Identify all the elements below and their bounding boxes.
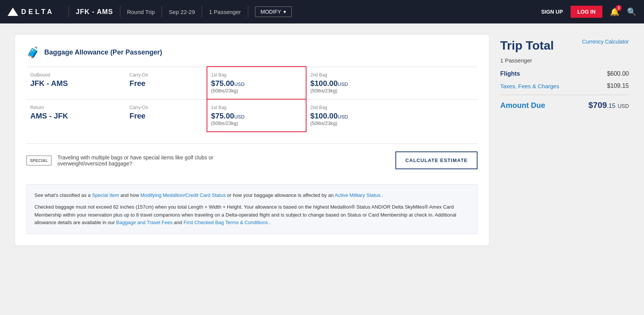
medallion-link[interactable]: Modifying Medallion/Credit Card Status bbox=[140, 192, 226, 198]
taxes-value: $109.15 bbox=[607, 83, 629, 89]
main-layout: 🧳 Baggage Allowance (Per Passenger) Outb… bbox=[0, 23, 644, 257]
calculate-estimate-button[interactable]: CALCULATE ESTIMATE bbox=[395, 151, 478, 169]
amount-due-value: $709.15 USD bbox=[588, 100, 629, 110]
first-bag-label-return: 1st Bag bbox=[211, 105, 302, 110]
trip-passenger-count: 1 Passenger bbox=[500, 57, 629, 64]
trip-taxes-row: Taxes, Fees & Charges $109.15 bbox=[500, 83, 629, 89]
currency-calculator-link[interactable]: Currency Calculator bbox=[582, 39, 629, 45]
header-passengers: 1 Passenger bbox=[209, 9, 241, 15]
notification-count-badge: 3 bbox=[616, 5, 622, 11]
baggage-header: 🧳 Baggage Allowance (Per Passenger) bbox=[26, 46, 478, 59]
carryon-value-return: Free bbox=[129, 112, 203, 120]
trip-divider bbox=[500, 95, 629, 95]
outbound-row: Outbound JFK - AMS Carry-On Free 1st Bag… bbox=[26, 67, 478, 99]
trip-flights-row: Flights $600.00 bbox=[500, 70, 629, 77]
header-trip-type: Round Trip bbox=[127, 9, 155, 15]
taxes-label: Taxes, Fees & Charges bbox=[500, 83, 559, 89]
outbound-route: JFK - AMS bbox=[30, 79, 122, 88]
search-icon[interactable]: 🔍 bbox=[627, 7, 636, 16]
return-label: Return bbox=[30, 105, 122, 110]
modify-button[interactable]: MODIFY ▾ bbox=[255, 6, 292, 17]
return-route: AMS - JFK bbox=[30, 112, 122, 120]
special-item-link[interactable]: Special Item bbox=[92, 192, 119, 198]
second-bag-label-return: 2nd Bag bbox=[310, 105, 401, 110]
special-baggage-icon: SPECIAL bbox=[26, 156, 51, 165]
first-bag-return-cell: 1st Bag $75.00USD (50lbs/23kg) bbox=[207, 99, 306, 132]
trip-total-title: Trip Total bbox=[500, 39, 554, 53]
carryon-label-return: Carry-On bbox=[129, 105, 203, 110]
carryon-value-outbound: Free bbox=[129, 79, 203, 88]
first-bag-price-outbound: $75.00USD bbox=[211, 79, 302, 88]
second-bag-weight-return: (50lbs/23kg) bbox=[310, 120, 401, 126]
first-bag-weight-outbound: (50lbs/23kg) bbox=[211, 88, 302, 94]
signup-link[interactable]: SIGN UP bbox=[541, 9, 563, 15]
login-button[interactable]: LOG IN bbox=[571, 6, 602, 18]
info-line1: See what's classified as a Special Item … bbox=[34, 192, 470, 200]
header-route: JFK - AMS bbox=[76, 8, 113, 16]
delta-brand-text: DELTA bbox=[21, 8, 54, 16]
header-divider-3 bbox=[162, 6, 162, 17]
header-divider-2 bbox=[120, 6, 120, 17]
baggage-fees-link[interactable]: Baggage and Travel Fees bbox=[116, 220, 173, 225]
header-right-actions: SIGN UP LOG IN 🔔 3 🔍 bbox=[541, 6, 636, 18]
first-bag-terms-link[interactable]: First Checked Bag Terms & Conditions bbox=[184, 220, 268, 225]
return-row: Return AMS - JFK Carry-On Free 1st Bag $… bbox=[26, 99, 478, 132]
special-section: SPECIAL Traveling with multiple bags or … bbox=[26, 143, 478, 177]
flights-label: Flights bbox=[500, 70, 520, 77]
info-line2: Checked baggage must not exceed 62 inche… bbox=[34, 203, 470, 227]
flights-value: $600.00 bbox=[607, 70, 629, 77]
second-bag-label-outbound: 2nd Bag bbox=[310, 72, 401, 78]
trip-total-panel: Trip Total Currency Calculator 1 Passeng… bbox=[500, 35, 629, 114]
main-header: DELTA JFK - AMS Round Trip Sep 22-29 1 P… bbox=[0, 0, 644, 23]
baggage-panel: 🧳 Baggage Allowance (Per Passenger) Outb… bbox=[15, 35, 489, 245]
second-bag-price-return: $100.00USD bbox=[310, 112, 401, 120]
military-status-link[interactable]: Active Military Status bbox=[335, 192, 381, 198]
delta-triangle-icon bbox=[8, 8, 18, 16]
baggage-icon: 🧳 bbox=[26, 46, 40, 59]
header-divider-1 bbox=[68, 6, 69, 17]
delta-logo[interactable]: DELTA bbox=[8, 8, 54, 16]
special-left: SPECIAL Traveling with multiple bags or … bbox=[26, 154, 216, 167]
second-bag-price-outbound: $100.00USD bbox=[310, 79, 401, 88]
outbound-label: Outbound bbox=[30, 72, 122, 78]
header-divider-4 bbox=[202, 6, 202, 17]
amount-due-label: Amount Due bbox=[500, 101, 545, 110]
first-bag-label-outbound: 1st Bag bbox=[211, 72, 302, 78]
amount-due-row: Amount Due $709.15 USD bbox=[500, 100, 629, 110]
first-bag-weight-return: (50lbs/23kg) bbox=[211, 120, 302, 126]
info-box: See what's classified as a Special Item … bbox=[26, 184, 478, 234]
first-bag-price-return: $75.00USD bbox=[211, 112, 302, 120]
notifications-bell[interactable]: 🔔 3 bbox=[610, 7, 619, 16]
chevron-down-icon: ▾ bbox=[283, 9, 286, 15]
second-bag-weight-outbound: (50lbs/23kg) bbox=[310, 88, 401, 94]
carryon-label-outbound: Carry-On bbox=[129, 72, 203, 78]
special-description: Traveling with multiple bags or have spe… bbox=[58, 154, 216, 167]
header-dates: Sep 22-29 bbox=[169, 9, 195, 15]
first-bag-outbound-cell: 1st Bag $75.00USD (50lbs/23kg) bbox=[207, 67, 306, 99]
baggage-table: Outbound JFK - AMS Carry-On Free 1st Bag… bbox=[26, 66, 478, 132]
header-divider-5 bbox=[248, 6, 248, 17]
baggage-title: Baggage Allowance (Per Passenger) bbox=[44, 48, 162, 56]
trip-total-header-row: Trip Total Currency Calculator bbox=[500, 39, 629, 54]
